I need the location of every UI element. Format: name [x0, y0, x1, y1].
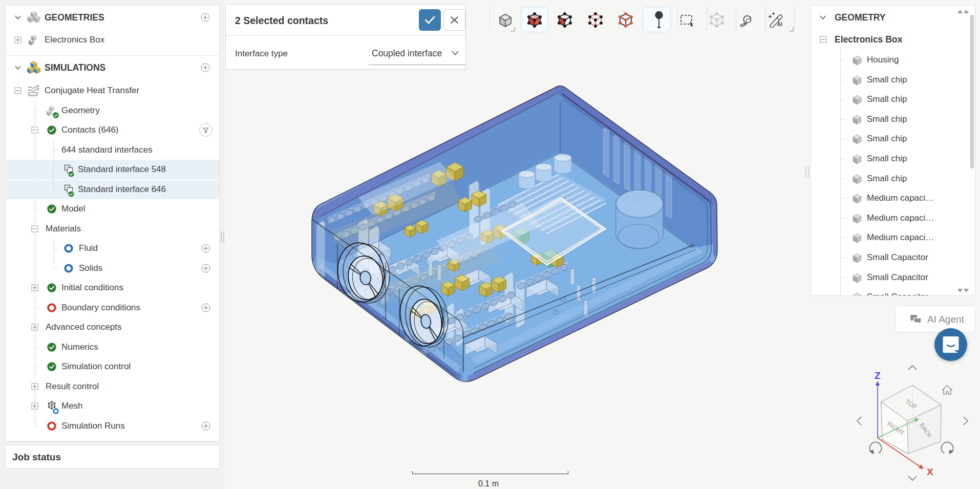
- svg-text:Z: Z: [875, 370, 881, 381]
- svg-text:AI: AI: [777, 21, 783, 27]
- svg-text:X: X: [927, 466, 933, 477]
